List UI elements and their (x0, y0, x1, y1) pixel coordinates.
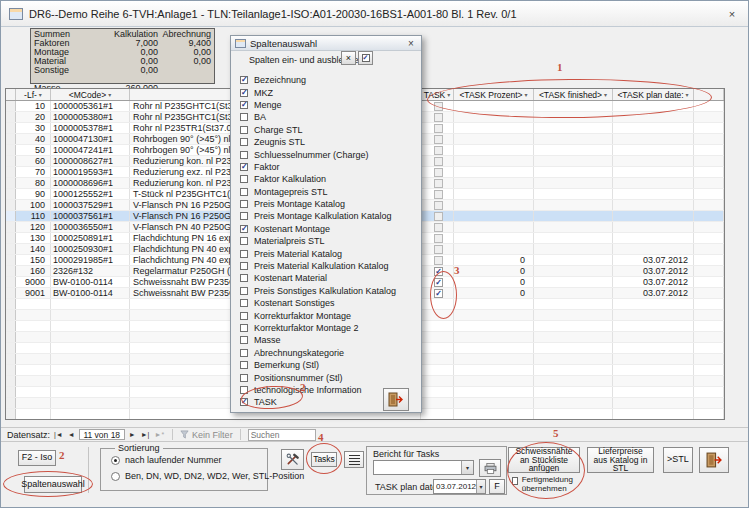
checkbox-icon[interactable] (240, 336, 248, 344)
cell-finished[interactable] (534, 101, 613, 111)
task-list-button[interactable] (344, 451, 364, 468)
cell-filler[interactable] (694, 156, 724, 166)
cell-filler[interactable] (694, 255, 724, 265)
cell-sel[interactable] (6, 156, 16, 166)
f-button[interactable]: F (489, 479, 505, 494)
cell-plan_date[interactable] (613, 123, 694, 133)
cell-lf[interactable]: 80 (16, 178, 51, 188)
cell-finished[interactable] (534, 189, 613, 199)
checkbox-icon[interactable]: ✓ (240, 101, 248, 109)
checkbox-icon[interactable]: ✓ (240, 163, 248, 171)
cell-finished[interactable] (534, 255, 613, 265)
column-header-prozent[interactable]: <TASK Prozent>▾ (454, 89, 534, 100)
cell-prozent[interactable] (454, 123, 534, 133)
cell-filler[interactable] (694, 244, 724, 254)
task-checkbox[interactable] (434, 113, 443, 122)
cell-sel[interactable] (6, 244, 16, 254)
tools-button[interactable] (281, 449, 304, 470)
cell-finished[interactable] (534, 244, 613, 254)
cell-finished[interactable] (534, 277, 613, 287)
filter-state-label[interactable]: Kein Filter (192, 430, 233, 440)
cell-sel[interactable] (6, 211, 16, 221)
column-toggle-item[interactable]: Preis Montage Kalkulation Katalog (240, 210, 419, 222)
lieferpreise-button[interactable]: Lieferpreise aus Katalog in STL (587, 447, 654, 473)
cell-plan_date[interactable] (613, 156, 694, 166)
cell-lf[interactable]: 120 (16, 222, 51, 232)
uncheck-all-button[interactable]: × (341, 51, 356, 65)
task-checkbox[interactable] (434, 168, 443, 177)
checkbox-icon[interactable] (240, 274, 248, 282)
cell-mcode[interactable]: 1000005378#1 (51, 123, 130, 133)
column-toggle-item[interactable]: Zeugnis STL (240, 136, 419, 148)
cell-mcode[interactable]: 1000291985#1 (51, 255, 130, 265)
cell-lf[interactable]: 20 (16, 112, 51, 122)
cell-prozent[interactable] (454, 233, 534, 243)
cell-plan_date[interactable] (613, 134, 694, 144)
chevron-down-icon[interactable]: ▾ (39, 91, 42, 98)
column-toggle-item[interactable]: ✓MKZ (240, 86, 419, 98)
task-checkbox[interactable] (434, 256, 443, 265)
cell-filler[interactable] (694, 288, 724, 298)
column-header-lf[interactable]: -Lf-▾ (16, 89, 51, 100)
dialog-exit-button[interactable] (383, 388, 409, 411)
cell-mcode[interactable]: 1000037529#1 (51, 200, 130, 210)
cell-plan_date[interactable] (613, 211, 694, 221)
task-checkbox[interactable] (434, 135, 443, 144)
print-button[interactable] (479, 459, 501, 477)
cell-filler[interactable] (694, 178, 724, 188)
column-toggle-item[interactable]: Preis Material Katalog (240, 247, 419, 259)
checkbox-icon[interactable] (240, 175, 248, 183)
cell-filler[interactable] (694, 112, 724, 122)
cell-task[interactable] (421, 167, 454, 177)
task-checkbox[interactable] (434, 212, 443, 221)
cell-lf[interactable]: 140 (16, 244, 51, 254)
cell-mcode[interactable]: 1000250930#1 (51, 244, 130, 254)
cell-prozent[interactable] (454, 178, 534, 188)
cell-lf[interactable]: 9001 (16, 288, 51, 298)
cell-filler[interactable] (694, 123, 724, 133)
task-checkbox[interactable] (434, 124, 443, 133)
column-header-task[interactable]: TASK▾ (421, 89, 454, 100)
checkbox-icon[interactable]: ✓ (240, 76, 248, 84)
cell-task[interactable] (421, 145, 454, 155)
next-record-button[interactable]: ► (128, 431, 137, 438)
cell-plan_date[interactable] (613, 101, 694, 111)
column-toggle-item[interactable]: ✓Bezeichnung (240, 74, 419, 86)
cell-filler[interactable] (694, 200, 724, 210)
radio-icon[interactable] (111, 472, 120, 481)
dialog-close-icon[interactable]: × (405, 38, 417, 49)
column-toggle-item[interactable]: Materialpreis STL (240, 235, 419, 247)
cell-filler[interactable] (694, 189, 724, 199)
cell-plan_date[interactable] (613, 233, 694, 243)
column-toggle-item[interactable]: Kostenart Sonstiges (240, 297, 419, 309)
cell-lf[interactable]: 30 (16, 123, 51, 133)
task-checkbox[interactable] (434, 102, 443, 111)
cell-finished[interactable] (534, 156, 613, 166)
cell-prozent[interactable] (454, 134, 534, 144)
cell-filler[interactable] (694, 211, 724, 221)
tasks-button[interactable]: Tasks (311, 452, 337, 467)
cell-plan_date[interactable] (613, 178, 694, 188)
column-header-plan_date[interactable]: <TASK plan date:▾ (613, 89, 694, 100)
cell-finished[interactable] (534, 211, 613, 221)
column-toggle-item[interactable]: ✓Faktor (240, 161, 419, 173)
search-input[interactable] (248, 429, 316, 441)
cell-sel[interactable] (6, 266, 16, 276)
checkbox-icon[interactable] (240, 374, 248, 382)
cell-prozent[interactable] (454, 145, 534, 155)
checkbox-icon[interactable] (240, 262, 248, 270)
checkbox-icon[interactable] (240, 212, 248, 220)
checkbox-icon[interactable] (240, 324, 248, 332)
chevron-down-icon[interactable]: ▾ (525, 91, 528, 98)
cell-filler[interactable] (694, 145, 724, 155)
column-toggle-item[interactable]: Preis Material Kalkulation Katalog (240, 260, 419, 272)
cell-prozent[interactable]: 0 (454, 255, 534, 265)
record-position[interactable]: 11 von 18 (79, 429, 125, 440)
sort-option[interactable]: Ben, DN, WD, DN2, WD2, Wer, STL-Position (111, 471, 304, 481)
checkbox-icon[interactable] (240, 237, 248, 245)
checkbox-icon[interactable]: ✓ (240, 225, 248, 233)
cell-mcode[interactable]: BW-0100-0114 (51, 288, 130, 298)
cell-sel[interactable] (6, 288, 16, 298)
chevron-down-icon[interactable]: ▾ (461, 461, 473, 474)
cell-prozent[interactable] (454, 222, 534, 232)
